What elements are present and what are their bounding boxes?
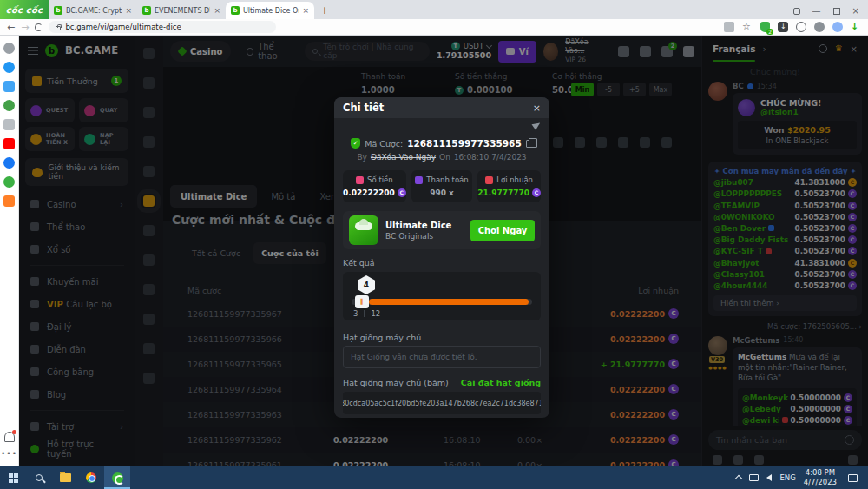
- tray-time: 4:08 PM: [804, 468, 837, 478]
- coccoc-sidebar-icon[interactable]: [3, 138, 15, 149]
- window-controls: — ×: [785, 6, 868, 19]
- game-provider: BC Originals: [385, 232, 451, 241]
- tab-favicon: b: [54, 6, 62, 15]
- screen: cốc cốc b BC.GAME: Crypto Casino Ga × b …: [0, 0, 868, 489]
- stat-label: Số tiền: [367, 175, 393, 184]
- windows-taskbar: ENG 4:08 PM 4/7/2023: [0, 466, 868, 489]
- language-indicator[interactable]: ENG: [779, 473, 795, 482]
- reload-button[interactable]: [35, 23, 43, 31]
- stat-value: 0.02222200: [343, 188, 395, 197]
- modal-title: Chi tiết: [343, 102, 384, 114]
- tray-date: 4/7/2023: [804, 478, 837, 487]
- chrome-taskbar-icon[interactable]: [78, 466, 104, 489]
- coccoc-sidebar-icon[interactable]: [3, 157, 15, 169]
- play-now-button[interactable]: Chơi Ngay: [470, 220, 535, 241]
- browser-tab[interactable]: b Ultimate Dice Online Slot - P ×: [226, 2, 314, 19]
- seed-hash-value[interactable]: 80cdca05ac5c1f20bd5fe203a147b268c7ea2c71…: [343, 392, 541, 414]
- start-button[interactable]: [0, 466, 26, 489]
- tab-title: ÉVÉNEMENTS DU WEEK-END: [155, 7, 210, 15]
- volume-icon[interactable]: [766, 474, 772, 481]
- save-media-icon[interactable]: ↓: [851, 22, 861, 32]
- coccoc-sidebar-icon[interactable]: [3, 43, 15, 54]
- coccoc-sidebar-icon[interactable]: [3, 81, 15, 92]
- clock[interactable]: 4:08 PM 4/7/2023: [804, 468, 837, 487]
- coccoc-sidebar: •••: [0, 36, 19, 466]
- coccoc-taskbar-icon[interactable]: [104, 466, 130, 489]
- browser-toolbar: ← → bc.game/vi/game/ultimate-dice ☆ 2 ↓: [0, 19, 868, 36]
- seed-settings-link[interactable]: Cài đặt hạt giống: [461, 378, 541, 387]
- share-icon[interactable]: [532, 120, 542, 130]
- stat-value: 990 x: [430, 188, 454, 197]
- bcgame-site: b BC.GAME Tiền Thưởng 1 QUEST QU: [19, 36, 868, 466]
- server-seed-label: Hạt giống máy chủ: [343, 333, 541, 342]
- bet-stats: Số tiền 0.02222200C Thanh toán 990 xC: [343, 170, 541, 202]
- dice-result-badge: 4: [358, 275, 375, 294]
- url-text: bc.game/vi/game/ultimate-dice: [65, 23, 181, 31]
- stat-icon: [356, 176, 364, 184]
- tab-close-icon[interactable]: ×: [214, 6, 220, 15]
- download-manager-icon[interactable]: [778, 22, 788, 32]
- server-seed-input[interactable]: Hạt Giống vẫn chưa được tiết lộ.: [343, 346, 541, 368]
- stat-box: Lợi nhuận 21.9777770C: [477, 170, 541, 202]
- tab-favicon: b: [142, 6, 151, 15]
- verified-shield-icon: ✓: [351, 138, 360, 149]
- slider-fill: [369, 299, 529, 305]
- taskbar-search-icon[interactable]: [26, 466, 52, 489]
- lock-icon: [56, 26, 61, 30]
- bet-meta-row: By ĐãXóa Vào Ngày On 16:08:10 7/4/2023: [343, 153, 541, 162]
- stat-value: 21.9777770: [477, 188, 529, 197]
- range-min: 3: [353, 309, 358, 318]
- toolbar-icons: ☆ 2 ↓: [724, 22, 861, 32]
- range-max: 12: [371, 309, 380, 318]
- slider-handle[interactable]: ‖: [355, 295, 369, 308]
- close-window-button[interactable]: ×: [852, 6, 859, 16]
- browser-tab[interactable]: b BC.GAME: Crypto Casino Ga ×: [49, 2, 137, 19]
- browser-profile-avatar[interactable]: [832, 22, 843, 32]
- adblock-shield-icon[interactable]: 2: [760, 22, 770, 32]
- bet-id-label: Mã Cược:: [365, 139, 403, 149]
- tab-title: BC.GAME: Crypto Casino Ga: [66, 7, 122, 15]
- maximize-button[interactable]: [833, 8, 840, 15]
- stat-icon: [415, 176, 423, 184]
- bet-username[interactable]: ĐãXóa Vào Ngày: [371, 153, 436, 162]
- coccoc-sidebar-icon[interactable]: [3, 62, 15, 73]
- forward-button[interactable]: →: [21, 23, 29, 32]
- browser-tab[interactable]: b ÉVÉNEMENTS DU WEEK-END ×: [137, 2, 226, 19]
- coccoc-sidebar-icon[interactable]: [3, 195, 15, 207]
- coin-icon: C: [532, 188, 541, 197]
- coccoc-brand-logo[interactable]: cốc cốc: [0, 0, 49, 19]
- stat-box: Thanh toán 990 xC: [411, 170, 472, 202]
- action-center-icon[interactable]: [848, 474, 858, 482]
- coccoc-sidebar-icon[interactable]: [3, 119, 15, 130]
- url-bar[interactable]: bc.game/vi/game/ultimate-dice: [49, 21, 276, 33]
- file-explorer-icon[interactable]: [52, 466, 78, 489]
- snapshot-icon[interactable]: [793, 8, 800, 15]
- coin-icon: C: [398, 188, 406, 197]
- modal-close-icon[interactable]: ×: [533, 102, 541, 114]
- back-button[interactable]: ←: [7, 23, 15, 32]
- browser-tabstrip: cốc cốc b BC.GAME: Crypto Casino Ga × b …: [0, 0, 868, 19]
- tab-list: b BC.GAME: Crypto Casino Ga × b ÉVÉNEMEN…: [49, 2, 314, 19]
- notifications-icon[interactable]: [796, 22, 806, 32]
- adblock-badge: 2: [766, 29, 773, 35]
- more-options-icon[interactable]: •••: [1, 449, 17, 458]
- tab-close-icon[interactable]: ×: [302, 6, 309, 15]
- coccoc-sidebar-icon[interactable]: [3, 100, 15, 111]
- copy-icon[interactable]: [526, 140, 533, 148]
- bell-icon[interactable]: [4, 432, 15, 442]
- new-tab-button[interactable]: +: [318, 3, 332, 17]
- bet-datetime: 16:08:10 7/4/2023: [454, 153, 527, 162]
- tab-close-icon[interactable]: ×: [125, 6, 132, 15]
- range-divider: [364, 310, 365, 317]
- page-area: ••• b BC.GAME Tiền Thưởng 1: [0, 36, 868, 466]
- tray-expand-icon[interactable]: [735, 475, 742, 482]
- system-tray: ENG 4:08 PM 4/7/2023: [736, 468, 868, 487]
- minimize-button[interactable]: —: [812, 6, 821, 16]
- bet-id-row: ✓ Mã Cược: 126811159977335965: [343, 138, 541, 149]
- network-icon[interactable]: [749, 474, 759, 481]
- bookmark-star-icon[interactable]: ☆: [742, 22, 753, 32]
- bet-details-modal: Chi tiết × ✓ Mã Cược: 126811159977335965…: [334, 97, 549, 418]
- coccoc-sidebar-icon[interactable]: [3, 176, 15, 188]
- sidebar-toggle-icon[interactable]: [724, 22, 734, 32]
- extensions-icon[interactable]: [814, 22, 825, 32]
